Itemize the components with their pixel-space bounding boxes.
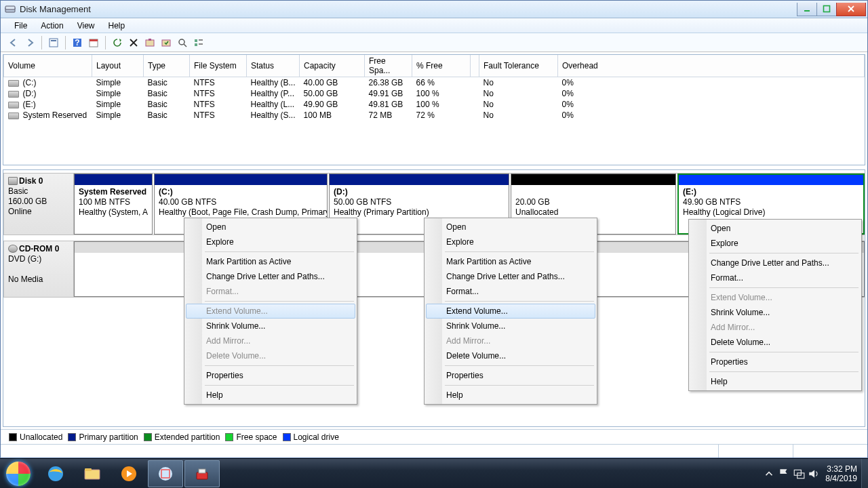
back-button[interactable]: [6, 35, 21, 50]
disk-icon: [8, 177, 18, 185]
menu-action[interactable]: Action: [34, 20, 70, 32]
ctx-mirror: Add Mirror...: [690, 320, 860, 335]
svg-point-22: [159, 467, 172, 481]
ctx-change-letter[interactable]: Change Drive Letter and Paths...: [426, 269, 595, 284]
volume-icon: [8, 91, 19, 98]
ctx-extend[interactable]: Extend Volume...: [426, 304, 595, 319]
disk-graphical-view: Disk 0 Basic160.00 GBOnline System Reser…: [3, 169, 865, 427]
menu-file[interactable]: File: [7, 20, 34, 32]
start-button[interactable]: [0, 459, 37, 489]
svg-rect-15: [195, 43, 197, 46]
ctx-format[interactable]: Format...: [426, 284, 595, 299]
volume-icon: [8, 113, 19, 119]
ctx-extend: Extend Volume...: [690, 290, 860, 305]
minimize-button[interactable]: [797, 3, 817, 16]
ctx-open[interactable]: Open: [426, 220, 595, 235]
forward-button[interactable]: [22, 35, 37, 50]
ctx-delete[interactable]: Delete Volume...: [426, 348, 595, 363]
svg-rect-4: [50, 39, 58, 47]
maximize-button[interactable]: [816, 3, 837, 16]
delete-icon[interactable]: [126, 35, 141, 50]
system-tray[interactable]: 3:32 PM8/4/2019: [762, 459, 861, 489]
ctx-format: Format...: [186, 284, 355, 299]
ctx-mirror: Add Mirror...: [426, 333, 595, 348]
ctx-help[interactable]: Help: [426, 388, 595, 403]
start-orb-icon: [6, 462, 31, 486]
menu-view[interactable]: View: [71, 20, 102, 32]
action1-icon[interactable]: [142, 35, 157, 50]
show-desktop-button[interactable]: [861, 459, 868, 489]
ctx-open[interactable]: Open: [690, 221, 860, 236]
svg-point-13: [179, 39, 184, 45]
disk-management-window: Disk Management File Action View Help ?: [0, 0, 868, 458]
ctx-open[interactable]: Open: [186, 220, 355, 235]
ctx-extend: Extend Volume...: [186, 304, 355, 319]
svg-point-18: [48, 466, 63, 481]
ctx-change-letter[interactable]: Change Drive Letter and Paths...: [186, 269, 355, 284]
ctx-explore[interactable]: Explore: [690, 236, 860, 251]
disk-mgmt-icon: [5, 4, 16, 15]
volume-row[interactable]: (E:)SimpleBasicNTFSHealthy (L...49.90 GB…: [4, 99, 865, 110]
action2-icon[interactable]: [159, 35, 174, 50]
taskbar: 3:32 PM8/4/2019: [0, 458, 868, 488]
ctx-properties[interactable]: Properties: [186, 368, 355, 383]
ctx-properties[interactable]: Properties: [426, 368, 595, 383]
svg-rect-10: [146, 40, 154, 46]
taskbar-ie[interactable]: [38, 460, 73, 487]
toolbar: ?: [1, 33, 867, 52]
tray-flag-icon[interactable]: [778, 468, 790, 480]
svg-rect-19: [85, 470, 100, 479]
disk0-header[interactable]: Disk 0 Basic160.00 GBOnline: [3, 173, 74, 235]
search-icon[interactable]: [175, 35, 190, 50]
cdrom-header[interactable]: CD-ROM 0 DVD (G:)No Media: [3, 241, 74, 298]
calendar-icon[interactable]: [86, 35, 101, 50]
ctx-change-letter[interactable]: Change Drive Letter and Paths...: [690, 256, 860, 270]
ctx-delete[interactable]: Delete Volume...: [690, 335, 860, 350]
ctx-format[interactable]: Format...: [690, 270, 860, 285]
ctx-shrink[interactable]: Shrink Volume...: [186, 319, 355, 333]
menu-help[interactable]: Help: [102, 20, 132, 32]
svg-rect-11: [149, 39, 151, 41]
tray-volume-icon[interactable]: [808, 468, 820, 480]
ctx-delete: Delete Volume...: [186, 348, 355, 363]
taskbar-diskmgmt[interactable]: [184, 460, 220, 487]
ctx-explore[interactable]: Explore: [186, 235, 355, 249]
titlebar[interactable]: Disk Management: [1, 1, 867, 18]
ctx-explore[interactable]: Explore: [426, 235, 595, 249]
close-button[interactable]: [836, 3, 866, 16]
svg-rect-25: [199, 469, 205, 473]
ctx-mark-active[interactable]: Mark Partition as Active: [426, 254, 595, 269]
context-menu-c: Open Explore Mark Partition as Active Ch…: [184, 218, 357, 405]
volume-icon: [8, 80, 19, 87]
part-system-reserved[interactable]: System Reserved100 MB NTFSHealthy (Syste…: [74, 174, 153, 235]
ctx-shrink[interactable]: Shrink Volume...: [690, 305, 860, 320]
ctx-help[interactable]: Help: [186, 388, 355, 403]
volume-row[interactable]: (C:)SimpleBasicNTFSHealthy (B...40.00 GB…: [4, 77, 865, 89]
svg-rect-9: [90, 39, 98, 41]
ctx-shrink[interactable]: Shrink Volume...: [426, 319, 595, 333]
svg-rect-14: [195, 39, 197, 42]
context-menu-e: Open Explore Change Drive Letter and Pat…: [688, 219, 862, 391]
refresh-icon[interactable]: [110, 35, 125, 50]
svg-rect-2: [804, 10, 810, 12]
svg-rect-12: [162, 40, 170, 46]
tray-network-icon[interactable]: [793, 468, 805, 480]
settings-icon[interactable]: [46, 35, 61, 50]
list-icon[interactable]: [191, 35, 206, 50]
ctx-properties[interactable]: Properties: [690, 354, 860, 369]
ctx-help[interactable]: Help: [690, 374, 860, 389]
taskbar-explorer[interactable]: [75, 460, 110, 487]
column-headers[interactable]: VolumeLayoutType File SystemStatusCapaci…: [4, 55, 865, 77]
ctx-mark-active[interactable]: Mark Partition as Active: [186, 254, 355, 269]
tray-clock[interactable]: 3:32 PM8/4/2019: [825, 464, 857, 483]
tray-chevron-icon[interactable]: [763, 468, 775, 480]
volume-list[interactable]: VolumeLayoutType File SystemStatusCapaci…: [3, 54, 865, 165]
statusbar: [1, 444, 867, 458]
taskbar-snipping[interactable]: [148, 460, 183, 487]
volume-row[interactable]: System ReservedSimpleBasicNTFSHealthy (S…: [4, 110, 865, 121]
help-icon[interactable]: ?: [70, 35, 85, 50]
svg-rect-5: [51, 40, 56, 41]
volume-row[interactable]: (D:)SimpleBasicNTFSHealthy (P...50.00 GB…: [4, 88, 865, 99]
taskbar-wmplayer[interactable]: [111, 460, 146, 487]
svg-rect-20: [85, 468, 92, 471]
